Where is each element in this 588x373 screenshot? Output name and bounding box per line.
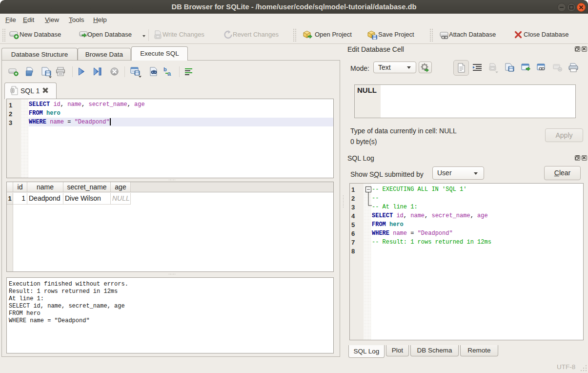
svg-text:b: b — [163, 66, 167, 72]
